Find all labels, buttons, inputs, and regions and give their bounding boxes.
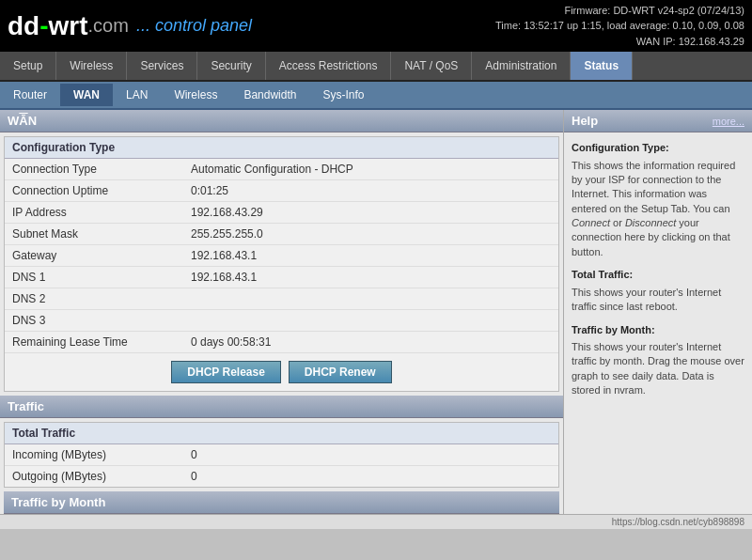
nav-item-status[interactable]: Status [571, 52, 633, 80]
nav-item-administration[interactable]: Administration [472, 52, 571, 80]
row-value-ip: 192.168.43.29 [191, 206, 263, 219]
row-label-uptime: Connection Uptime [12, 184, 191, 197]
table-row: IP Address 192.168.43.29 [5, 202, 558, 224]
dhcp-buttons: DHCP Release DHCP Renew [5, 353, 558, 391]
table-row: Subnet Mask 255.255.255.0 [5, 224, 558, 245]
nav-item-services[interactable]: Services [127, 52, 197, 80]
nav-item-access-restrictions[interactable]: Access Restrictions [266, 52, 392, 80]
table-row: Gateway 192.168.43.1 [5, 245, 558, 267]
total-traffic-title: Total Traffic [5, 423, 558, 444]
row-label-incoming: Incoming (MBytes) [12, 448, 191, 461]
row-value-lease: 0 days 00:58:31 [191, 335, 271, 349]
row-value-outgoing: 0 [191, 470, 197, 483]
wan-section-header: WĀN [0, 110, 563, 132]
logo-panel: ... control panel [136, 16, 252, 36]
help-section-title-2: Traffic by Month: [572, 322, 744, 338]
table-row: Connection Type Automatic Configuration … [5, 159, 558, 180]
table-row: DNS 3 [5, 310, 558, 332]
wan-ip-label: WAN IP: 192.168.43.29 [495, 34, 744, 50]
subnav-item-router[interactable]: Router [0, 84, 60, 106]
content-panel: WĀN Configuration Type Connection Type A… [0, 110, 564, 514]
nav-item-wireless[interactable]: Wireless [56, 52, 127, 80]
help-sidebar: Help more... Configuration Type: This sh… [564, 110, 752, 514]
table-row: Connection Uptime 0:01:25 [5, 180, 558, 202]
row-label-dns2: DNS 2 [12, 292, 191, 305]
row-value-gateway: 192.168.43.1 [191, 249, 257, 262]
row-label-ip: IP Address [12, 206, 191, 219]
logo-dotcom: .com [88, 15, 129, 37]
config-section-title: Configuration Type [5, 137, 558, 159]
dhcp-release-button[interactable]: DHCP Release [171, 361, 281, 383]
table-row: DNS 1 192.168.43.1 [5, 267, 558, 288]
logo-wrt: wrt [49, 11, 88, 40]
table-row: DNS 2 [5, 288, 558, 310]
row-label-dns1: DNS 1 [12, 271, 191, 284]
help-section-title-0: Configuration Type: [572, 140, 744, 156]
row-label-connection-type: Connection Type [12, 163, 191, 176]
row-label-dns3: DNS 3 [12, 314, 191, 327]
logo-dd: dd [8, 11, 39, 40]
firmware-label: Firmware: DD-WRT v24-sp2 (07/24/13) [495, 3, 744, 19]
wan-title: WĀN [8, 114, 37, 128]
row-value-connection-type: Automatic Configuration - DHCP [191, 163, 353, 176]
row-value-uptime: 0:01:25 [191, 184, 228, 197]
subnav-item-wan[interactable]: WAN [60, 84, 113, 106]
help-section-text-1: This shows your router's Internet traffi… [572, 286, 744, 315]
table-row: Outgoing (MBytes) 0 [5, 466, 558, 487]
row-label-outgoing: Outgoing (MBytes) [12, 470, 191, 483]
logo-text: dd-wrt [8, 11, 88, 41]
footer: https://blog.csdn.net/cyb898898 [0, 514, 752, 529]
subnav-item-bandwidth[interactable]: Bandwidth [230, 84, 309, 106]
row-label-gateway: Gateway [12, 249, 191, 262]
table-row: Remaining Lease Time 0 days 00:58:31 [5, 332, 558, 353]
row-label-lease: Remaining Lease Time [12, 335, 191, 349]
logo: dd-wrt .com ... control panel [8, 11, 252, 41]
configuration-type-section: Configuration Type Connection Type Autom… [4, 136, 559, 392]
subnav-item-wireless[interactable]: Wireless [161, 84, 230, 106]
subnav-bar: Router WAN LAN Wireless Bandwidth Sys-In… [0, 82, 752, 110]
sidebar-header: Help more... [564, 110, 752, 132]
sidebar-title: Help [572, 114, 598, 128]
subnav-item-sys-info[interactable]: Sys-Info [309, 84, 377, 106]
row-label-subnet: Subnet Mask [12, 227, 191, 241]
traffic-section-header: Traffic [0, 396, 563, 418]
sidebar-content: Configuration Type: This shows the infor… [564, 132, 752, 406]
subnav-item-lan[interactable]: LAN [113, 84, 161, 106]
nav-item-nat-qos[interactable]: NAT / QoS [391, 52, 472, 80]
total-traffic-section: Total Traffic Incoming (MBytes) 0 Outgoi… [4, 422, 559, 488]
traffic-by-month-title: Traffic by Month [11, 495, 105, 509]
row-value-dns1: 192.168.43.1 [191, 271, 257, 284]
nav-item-security[interactable]: Security [197, 52, 265, 80]
table-row: Incoming (MBytes) 0 [5, 444, 558, 466]
main-content: WĀN Configuration Type Connection Type A… [0, 110, 752, 514]
help-section-title-1: Total Traffic: [572, 267, 744, 283]
header-info: Firmware: DD-WRT v24-sp2 (07/24/13) Time… [495, 3, 744, 50]
nav-item-setup[interactable]: Setup [0, 52, 56, 80]
nav-bar: Setup Wireless Services Security Access … [0, 52, 752, 82]
sidebar-more-button[interactable]: more... [713, 116, 744, 127]
traffic-title: Traffic [8, 399, 44, 413]
footer-url: https://blog.csdn.net/cyb898898 [612, 517, 744, 527]
time-label: Time: 13:52:17 up 1:15, load average: 0.… [495, 18, 744, 34]
logo-dash: - [39, 11, 48, 40]
header: dd-wrt .com ... control panel Firmware: … [0, 0, 752, 52]
help-section-text-2: This shows your router's Internet traffi… [572, 340, 744, 398]
traffic-by-month-header: Traffic by Month [4, 491, 559, 514]
dhcp-renew-button[interactable]: DHCP Renew [289, 361, 392, 383]
row-value-incoming: 0 [191, 448, 197, 461]
row-value-subnet: 255.255.255.0 [191, 227, 263, 241]
help-section-text-0: This shows the information required by y… [572, 159, 744, 260]
